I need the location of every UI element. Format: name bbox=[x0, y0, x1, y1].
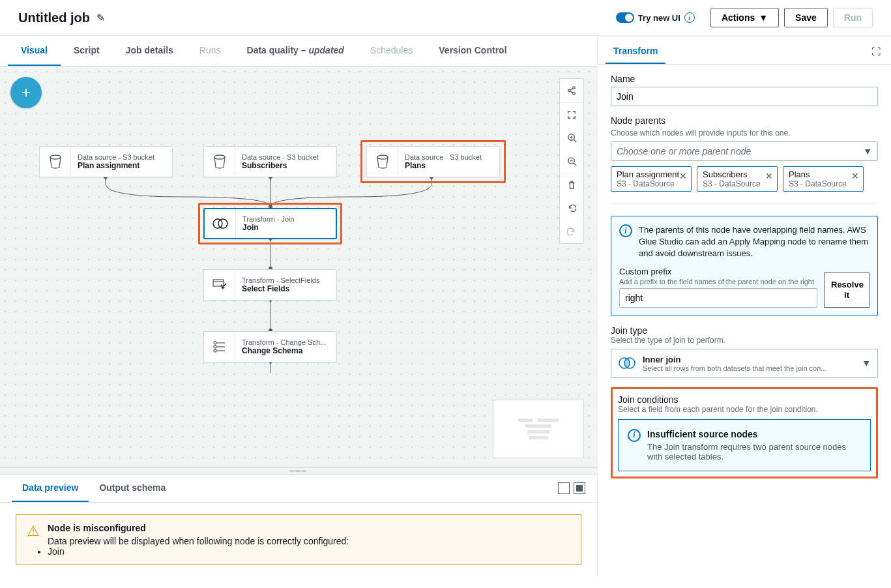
tab-output-schema[interactable]: Output schema bbox=[89, 475, 176, 502]
tab-job-details[interactable]: Job details bbox=[113, 36, 186, 66]
prefix-desc: Add a prefix to the field names of the p… bbox=[619, 278, 817, 286]
run-button: Run bbox=[833, 8, 873, 27]
node-select-fields[interactable]: Transform - SelectFieldsSelect Fields bbox=[203, 269, 337, 301]
tab-visual[interactable]: Visual bbox=[8, 36, 61, 66]
node-subscribers[interactable]: Data source - S3 bucketSubscribers bbox=[203, 146, 337, 177]
name-label: Name bbox=[611, 74, 878, 84]
share-icon[interactable] bbox=[560, 79, 583, 102]
try-new-ui-toggle[interactable]: Try new UI i bbox=[616, 12, 695, 23]
svg-point-24 bbox=[214, 349, 216, 352]
join-type-select[interactable]: Inner join Select all rows from both dat… bbox=[611, 349, 878, 378]
parent-tag: Subscribers S3 - DataSource ✕ bbox=[697, 166, 778, 192]
panel-tab-transform[interactable]: Transform bbox=[606, 39, 665, 64]
undo-icon[interactable] bbox=[560, 196, 583, 220]
parents-desc: Choose which nodes will provide inputs f… bbox=[611, 128, 878, 138]
parents-label: Node parents bbox=[611, 115, 878, 126]
add-node-button[interactable]: + bbox=[10, 77, 42, 108]
node-plans[interactable]: Data source - S3 bucketPlans bbox=[366, 146, 500, 177]
main-tabs: Visual Script Job details Runs Data qual… bbox=[0, 36, 597, 66]
name-input[interactable] bbox=[611, 87, 878, 106]
actions-button[interactable]: Actions▼ bbox=[710, 8, 779, 27]
prefix-label: Custom prefix bbox=[619, 267, 817, 276]
toggle-label: Try new UI bbox=[638, 13, 680, 23]
change-schema-icon bbox=[204, 332, 235, 362]
warning-box: ⚠ Node is misconfigured Data preview wil… bbox=[16, 514, 581, 565]
svg-line-10 bbox=[574, 163, 576, 166]
svg-rect-20 bbox=[213, 280, 224, 286]
inner-join-icon bbox=[618, 357, 636, 370]
svg-point-17 bbox=[377, 155, 388, 159]
drag-handle[interactable]: ═══ bbox=[0, 467, 597, 474]
svg-point-22 bbox=[214, 342, 216, 344]
remove-tag-icon[interactable]: ✕ bbox=[851, 171, 859, 181]
conditions-error-title: Insufficient source nodes bbox=[647, 429, 861, 439]
join-icon bbox=[205, 209, 236, 238]
tab-version-control[interactable]: Version Control bbox=[426, 36, 519, 66]
info-icon[interactable]: i bbox=[684, 12, 695, 23]
svg-point-0 bbox=[573, 87, 576, 89]
zoom-out-icon[interactable] bbox=[560, 149, 583, 173]
tab-data-quality[interactable]: Data quality – updated bbox=[234, 36, 357, 66]
canvas-toolbar bbox=[559, 78, 584, 244]
bucket-icon bbox=[204, 147, 235, 177]
save-button[interactable]: Save bbox=[784, 8, 828, 27]
tab-script[interactable]: Script bbox=[61, 36, 113, 66]
resolve-button[interactable]: Resolve it bbox=[824, 272, 869, 307]
resize-handle[interactable]: ⋮⋮ bbox=[588, 267, 597, 274]
node-join[interactable]: Transform - JoinJoin bbox=[203, 208, 337, 239]
parent-tag: Plans S3 - DataSource ✕ bbox=[783, 166, 864, 192]
select-fields-icon bbox=[204, 270, 235, 300]
redo-icon[interactable] bbox=[560, 220, 583, 243]
join-conditions-highlight: Join conditions Select a field from each… bbox=[611, 387, 878, 478]
conditions-desc: Select a field from each parent node for… bbox=[618, 405, 871, 414]
conditions-label: Join conditions bbox=[618, 394, 871, 405]
collapse-icon[interactable] bbox=[558, 482, 570, 494]
edit-icon[interactable]: ✎ bbox=[96, 12, 105, 24]
prefix-input[interactable] bbox=[619, 288, 817, 308]
conditions-error-desc: The Join transform requires two parent s… bbox=[647, 442, 861, 462]
expand-icon[interactable] bbox=[574, 482, 585, 494]
tab-schedules: Schedules bbox=[357, 36, 426, 66]
join-type-desc: Select the type of join to perform. bbox=[611, 336, 878, 345]
tab-runs: Runs bbox=[186, 36, 234, 66]
svg-line-4 bbox=[570, 91, 573, 93]
bucket-icon bbox=[367, 147, 398, 177]
remove-tag-icon[interactable]: ✕ bbox=[765, 171, 773, 181]
svg-point-2 bbox=[573, 93, 576, 95]
svg-line-6 bbox=[574, 140, 576, 142]
info-icon: i bbox=[619, 224, 632, 237]
page-title: Untitled job bbox=[18, 10, 90, 25]
bucket-icon bbox=[40, 147, 71, 177]
svg-point-23 bbox=[214, 345, 216, 348]
chevron-down-icon: ▼ bbox=[862, 358, 871, 368]
svg-point-1 bbox=[568, 89, 571, 92]
svg-point-18 bbox=[213, 219, 222, 228]
svg-point-16 bbox=[214, 155, 225, 159]
warning-title: Node is misconfigured bbox=[48, 523, 349, 533]
node-plan-assignment[interactable]: Data source - S3 bucketPlan assignment bbox=[39, 146, 173, 177]
zoom-in-icon[interactable] bbox=[560, 126, 583, 149]
warning-item: Join bbox=[48, 546, 349, 557]
svg-point-19 bbox=[218, 219, 227, 228]
join-type-label: Join type bbox=[611, 325, 878, 336]
svg-point-15 bbox=[50, 155, 61, 159]
fit-icon[interactable] bbox=[560, 102, 583, 126]
canvas[interactable]: + bbox=[0, 66, 597, 467]
fullscreen-icon[interactable]: ⛶ bbox=[869, 44, 883, 59]
remove-tag-icon[interactable]: ✕ bbox=[679, 171, 687, 181]
warning-body: Data preview will be displayed when foll… bbox=[48, 536, 349, 546]
parents-select[interactable]: Choose one or more parent node▼ bbox=[611, 141, 878, 161]
tab-data-preview[interactable]: Data preview bbox=[12, 475, 89, 502]
info-icon: i bbox=[628, 429, 641, 442]
svg-line-3 bbox=[570, 89, 573, 91]
parent-tag: Plan assignment S3 - DataSource ✕ bbox=[611, 166, 692, 192]
minimap[interactable] bbox=[493, 400, 584, 458]
node-change-schema[interactable]: Transform - Change Sch...Change Schema bbox=[203, 331, 337, 362]
info-box: i The parents of this node have overlapp… bbox=[611, 216, 878, 316]
toggle-switch[interactable] bbox=[616, 12, 634, 23]
trash-icon[interactable] bbox=[560, 173, 583, 196]
